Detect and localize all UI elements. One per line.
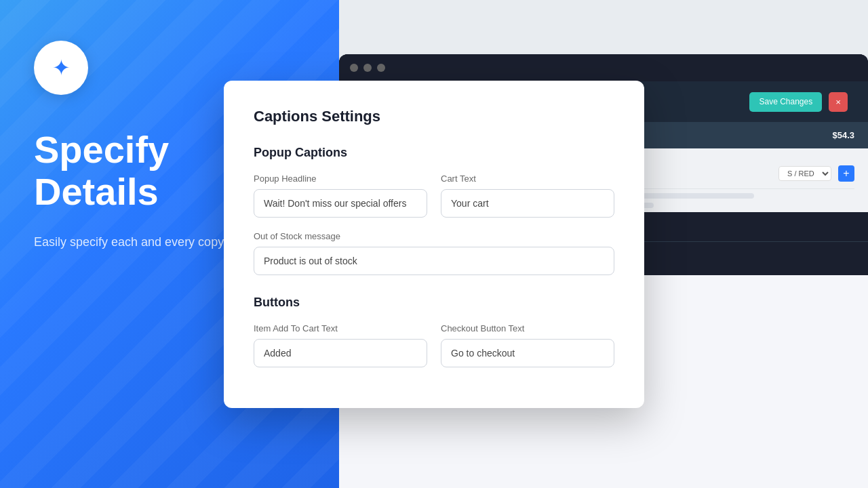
checkout-btn-group: Checkout Button Text: [441, 323, 614, 367]
popup-headline-input[interactable]: [254, 189, 427, 218]
modal-title: Captions Settings: [254, 108, 614, 125]
popup-headline-label: Popup Headline: [254, 174, 427, 184]
cart-text-group: Cart Text: [441, 174, 614, 218]
out-of-stock-label: Out of Stock message: [254, 231, 614, 241]
cart-text-label: Cart Text: [441, 174, 614, 184]
item-add-label: Item Add To Cart Text: [254, 323, 427, 333]
popup-headline-group: Popup Headline: [254, 174, 427, 218]
popup-captions-section-title: Popup Captions: [254, 146, 614, 160]
buttons-section-title: Buttons: [254, 296, 614, 310]
out-of-stock-group: Out of Stock message: [254, 231, 614, 275]
modal-overlay: Captions Settings Popup Captions Popup H…: [0, 0, 868, 488]
checkout-btn-label: Checkout Button Text: [441, 323, 614, 333]
out-of-stock-input[interactable]: [254, 247, 614, 275]
checkout-btn-input[interactable]: [441, 339, 614, 367]
popup-headline-row: Popup Headline Cart Text: [254, 174, 614, 218]
buttons-row: Item Add To Cart Text Checkout Button Te…: [254, 323, 614, 367]
cart-text-input[interactable]: [441, 189, 614, 218]
item-add-input[interactable]: [254, 339, 427, 367]
item-add-group: Item Add To Cart Text: [254, 323, 427, 367]
captions-settings-modal: Captions Settings Popup Captions Popup H…: [224, 81, 644, 408]
